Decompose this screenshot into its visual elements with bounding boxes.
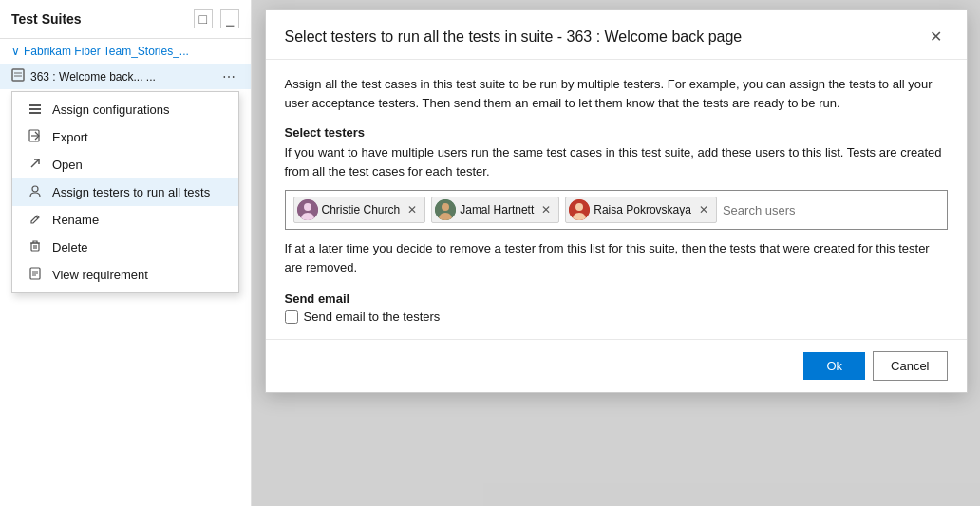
svg-rect-11 — [31, 243, 39, 251]
select-testers-subtext: If you want to have multiple users run t… — [285, 143, 948, 180]
tester-name-raisa: Raisa Pokrovskaya — [594, 203, 691, 216]
close-dialog-button[interactable]: ✕ — [924, 26, 948, 47]
assign-testers-icon — [28, 184, 43, 200]
sidebar-header-icons: □ ⎯ — [194, 9, 239, 28]
dialog-footer: Ok Cancel — [266, 339, 967, 392]
sidebar-header: Test Suites □ ⎯ — [0, 0, 251, 39]
tester-name-christie: Christie Church — [322, 203, 401, 216]
menu-label: Rename — [52, 213, 99, 227]
menu-label: Assign configurations — [52, 103, 170, 117]
menu-label: Assign testers to run all tests — [52, 185, 210, 199]
assign-config-icon — [28, 102, 43, 118]
svg-point-21 — [442, 203, 449, 211]
send-email-checkbox[interactable] — [285, 310, 298, 324]
main-area: Select testers to run all the tests in s… — [252, 0, 980, 506]
svg-rect-3 — [29, 104, 41, 106]
avatar-christie — [297, 199, 318, 220]
menu-label: View requirement — [52, 268, 148, 282]
ok-button[interactable]: Ok — [803, 352, 865, 380]
selected-suite-item[interactable]: 363 : Welcome back... ... ⋯ — [0, 64, 251, 89]
removal-note: If at a later time you decide to remove … — [285, 239, 948, 276]
remove-tester-raisa[interactable]: ✕ — [697, 203, 710, 216]
select-testers-heading: Select testers — [285, 125, 948, 140]
context-menu: Assign configurations Export Open Assign… — [11, 91, 239, 293]
menu-label: Open — [52, 158, 83, 172]
svg-rect-0 — [12, 69, 24, 81]
menu-item-view-requirement[interactable]: View requirement — [12, 261, 238, 289]
menu-item-assign-configurations[interactable]: Assign configurations — [12, 96, 238, 123]
tester-tag-jamal: Jamal Hartnett ✕ — [431, 197, 559, 223]
menu-item-open[interactable]: Open — [12, 151, 238, 178]
svg-line-8 — [31, 159, 39, 167]
cancel-button[interactable]: Cancel — [873, 351, 947, 381]
menu-item-delete[interactable]: Delete — [12, 234, 238, 261]
menu-label: Export — [52, 130, 88, 144]
send-email-checkbox-row: Send email to the testers — [285, 309, 948, 324]
suite-icon — [11, 68, 25, 84]
svg-rect-4 — [29, 108, 41, 110]
open-icon — [28, 157, 43, 173]
remove-tester-christie[interactable]: ✕ — [405, 203, 419, 216]
chevron-icon: ∨ — [11, 45, 20, 58]
menu-item-rename[interactable]: Rename — [12, 206, 238, 234]
dialog-title: Select testers to run all the tests in s… — [285, 28, 743, 46]
delete-icon — [28, 239, 43, 255]
svg-point-19 — [304, 203, 311, 211]
sidebar-title: Test Suites — [11, 11, 82, 27]
svg-point-23 — [575, 203, 583, 211]
svg-point-9 — [32, 186, 38, 192]
svg-rect-5 — [29, 112, 41, 114]
sidebar: Test Suites □ ⎯ ∨ Fabrikam Fiber Team_St… — [0, 0, 252, 506]
tree-parent-item[interactable]: ∨ Fabrikam Fiber Team_Stories_... — [0, 39, 251, 64]
assign-testers-dialog: Select testers to run all the tests in s… — [265, 9, 968, 393]
selected-suite-label: 363 : Welcome back... ... — [30, 70, 213, 84]
tester-name-jamal: Jamal Hartnett — [460, 203, 534, 216]
more-options-button[interactable]: ⋯ — [218, 69, 239, 84]
menu-label: Delete — [52, 240, 88, 254]
remove-tester-jamal[interactable]: ✕ — [539, 203, 553, 216]
menu-item-assign-testers[interactable]: Assign testers to run all tests — [12, 178, 238, 206]
view-requirement-icon — [28, 267, 43, 283]
intro-text: Assign all the test cases in this test s… — [285, 75, 948, 112]
tester-tag-raisa: Raisa Pokrovskaya ✕ — [565, 197, 717, 223]
dialog-header: Select testers to run all the tests in s… — [266, 10, 967, 60]
search-users-input[interactable] — [723, 203, 939, 217]
send-email-heading: Send email — [285, 291, 948, 306]
tester-input-area[interactable]: Christie Church ✕ Jamal Hartnett — [285, 190, 948, 230]
export-icon — [28, 129, 43, 145]
dialog-overlay: Select testers to run all the tests in s… — [252, 0, 980, 506]
menu-item-export[interactable]: Export — [12, 123, 238, 151]
avatar-raisa — [569, 199, 590, 220]
collapse-button[interactable]: ⎯ — [220, 9, 239, 28]
avatar-jamal — [435, 199, 456, 220]
send-email-section: Send email Send email to the testers — [285, 291, 948, 324]
tester-tag-christie: Christie Church ✕ — [293, 197, 426, 223]
add-suite-button[interactable]: □ — [194, 9, 213, 28]
parent-item-label: Fabrikam Fiber Team_Stories_... — [24, 45, 189, 58]
send-email-checkbox-label[interactable]: Send email to the testers — [304, 309, 441, 324]
dialog-body: Assign all the test cases in this test s… — [266, 60, 967, 339]
rename-icon — [28, 212, 43, 228]
